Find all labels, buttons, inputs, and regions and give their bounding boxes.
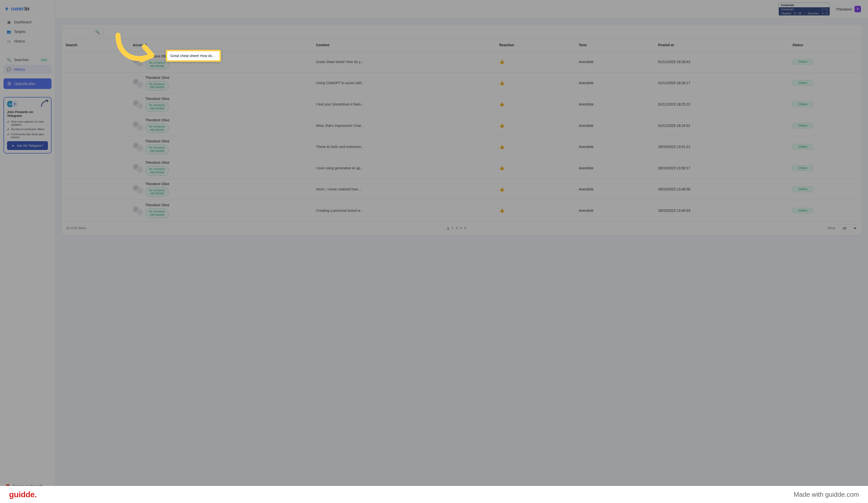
cell-tone: Anecdote <box>575 157 654 179</box>
cell-search <box>62 179 129 200</box>
guidde-credit: Made with guidde.com <box>794 491 859 499</box>
cell-search <box>62 51 129 73</box>
pager: 1 2 3 4 5 <box>447 226 466 230</box>
brand-text-1: ower <box>11 6 24 12</box>
col-content[interactable]: Content <box>312 39 495 51</box>
cell-content: Using ChatGPT to assist with... <box>312 72 495 94</box>
check-icon: ✓ <box>7 120 10 124</box>
table-row[interactable]: Theodore Olive As company#95708300 Creat… <box>62 200 862 221</box>
page-size: Show 20 <box>828 224 857 232</box>
cell-tone: Anecdote <box>575 115 654 136</box>
table-row[interactable]: Theodore Olive As company#95708300 I lov… <box>62 157 862 179</box>
nav-searches[interactable]: 🔍 Searches new <box>3 55 51 64</box>
account-name: Theodore Olive <box>145 182 169 186</box>
nav-history-active[interactable]: 💬 History <box>3 65 51 74</box>
cell-search <box>62 136 129 157</box>
col-posted[interactable]: Posted at <box>654 39 788 51</box>
thumbs-up-icon: 👍 <box>499 81 504 85</box>
page-2[interactable]: 2 <box>452 226 453 230</box>
plan-box: Corporate Connected 1/1 Targeted 0/50 Se… <box>778 2 829 16</box>
plan-row-targeted: Targeted 0/50 Searches 3/3 <box>779 11 829 15</box>
cell-account: Theodore Olive As company#95708300 <box>129 72 312 94</box>
upgrade-plan-button[interactable]: $ Upgrade plan <box>3 79 51 89</box>
table-row[interactable]: Theodore Olive As company#95708300 Hmm, … <box>62 179 862 200</box>
cell-account: Theodore Olive As company#95708300 <box>129 136 312 157</box>
col-status[interactable]: Status <box>788 39 862 51</box>
cell-status: Online <box>788 115 862 136</box>
avatar-stack <box>133 100 143 109</box>
cell-search <box>62 72 129 94</box>
join-telegram-button[interactable]: ➤ Join the Telegram ! <box>7 141 48 150</box>
status-badge: Online <box>793 186 813 192</box>
item-count: 20 of 82 items <box>66 226 86 230</box>
col-tone[interactable]: Tone <box>575 39 654 51</box>
avatar-icon <box>137 145 143 152</box>
highlight-text: Great cheat sheet! How do y... <box>170 54 217 58</box>
cell-status: Online <box>788 136 862 157</box>
table-search-input[interactable]: 🔍 <box>65 28 103 36</box>
powerin-mini-icon: P <box>12 101 18 107</box>
account-company-pill: As company#95708300 <box>145 208 169 218</box>
nav-label: Targets <box>14 30 25 34</box>
cell-reaction: 👍 <box>495 72 575 94</box>
topbar: Corporate Connected 1/1 Targeted 0/50 Se… <box>55 0 868 18</box>
thumbs-up-icon: 👍 <box>499 208 504 213</box>
arrow-squiggle-icon <box>40 99 49 107</box>
nav-label: History <box>14 67 25 71</box>
avatar-stack <box>133 58 143 66</box>
account-name: Theodore Olive <box>145 76 169 80</box>
page-1[interactable]: 1 <box>447 226 449 230</box>
cell-content: Wow, that's impressive! Chat... <box>312 115 495 136</box>
brand-text-2: In <box>24 6 29 12</box>
table-row[interactable]: Theodore Olive As company#95708300 Using… <box>62 72 862 94</box>
telegram-button-label: Join the Telegram ! <box>17 144 43 147</box>
nav-label: History <box>14 39 25 43</box>
status-badge: Online <box>793 165 813 171</box>
cell-content: I feel you! Sometimes it feels... <box>312 94 495 115</box>
col-search[interactable]: Search <box>62 39 129 51</box>
cell-status: Online <box>788 157 862 179</box>
avatar-stack <box>133 79 143 87</box>
cell-account: Theodore Olive As company#95708300 <box>129 200 312 221</box>
cell-reaction: 👍 <box>495 94 575 115</box>
search-nav-icon: 🔍 <box>7 58 11 62</box>
nav-dashboard[interactable]: ▦ Dashboard <box>3 18 51 27</box>
account-name: Theodore Olive <box>145 118 169 122</box>
avatar-stack <box>133 206 143 215</box>
thumbs-up-icon: 👍 <box>499 123 504 127</box>
avatar-icon <box>137 61 143 66</box>
nav-history[interactable]: ▭ History <box>3 37 51 46</box>
telegram-card: ➤ P Join PowerIn on Telegram ✓Give your … <box>3 97 51 154</box>
cell-posted: 28/10/2023 13:40:53 <box>654 200 788 221</box>
status-badge: Online <box>793 59 813 64</box>
plan-row-connected: Connected 1/1 <box>779 7 829 11</box>
table-row[interactable]: Theodore Olive As company#95708300 I fee… <box>62 94 862 115</box>
thumbs-up-icon: 👍 <box>499 166 504 170</box>
table-row[interactable]: Theodore Olive As company#95708300 These… <box>62 136 862 157</box>
cell-reaction: 👍 <box>495 157 575 179</box>
avatar-icon <box>137 188 143 194</box>
nav-label: Dashboard <box>14 20 31 24</box>
col-account[interactable]: Account <box>129 39 312 51</box>
cell-search <box>62 94 129 115</box>
cell-account: Theodore Olive As company#95708300 <box>129 179 312 200</box>
account-name: Theodore Olive <box>145 97 169 101</box>
table-row[interactable]: Theodore Olive As company#95708300 Wow, … <box>62 115 862 136</box>
page-3[interactable]: 3 <box>456 226 458 230</box>
cell-content: These AI tools and extension... <box>312 136 495 157</box>
film-icon: ▭ <box>7 39 11 43</box>
cell-tone: Anecdote <box>575 179 654 200</box>
status-badge: Online <box>793 123 813 129</box>
upgrade-label: Upgrade plan <box>14 82 35 86</box>
col-reaction[interactable]: Reaction <box>495 39 575 51</box>
nav-targets[interactable]: 👥 Targets <box>3 27 51 36</box>
avatar-icon <box>137 209 143 215</box>
bolt-icon <box>4 6 10 12</box>
page-size-select[interactable]: 20 <box>838 224 857 232</box>
page-4[interactable]: 4 <box>460 226 462 230</box>
cell-tone: Anecdote <box>575 72 654 94</box>
guidde-bar: guidde. Made with guidde.com <box>0 486 868 503</box>
thumbs-up-icon: 👍 <box>499 102 504 106</box>
user-block[interactable]: Theodore T <box>836 6 861 12</box>
page-5[interactable]: 5 <box>464 226 466 230</box>
